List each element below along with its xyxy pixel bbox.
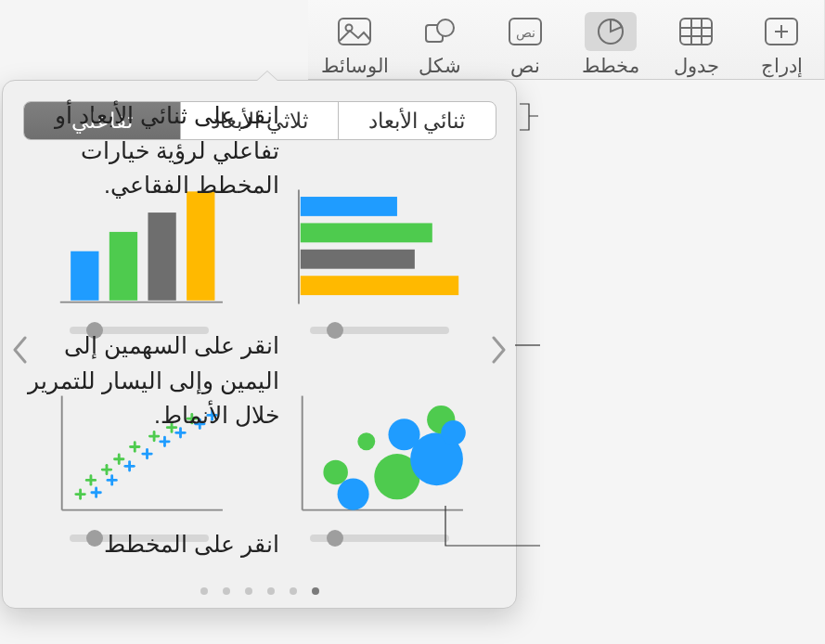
svg-rect-17 — [301, 223, 432, 242]
svg-rect-3 — [680, 19, 712, 45]
svg-rect-19 — [301, 276, 458, 295]
svg-rect-24 — [187, 191, 214, 300]
toolbar-chart[interactable]: مخطط — [568, 6, 653, 77]
thumb-horizontal-bar[interactable] — [274, 157, 487, 339]
page-dots[interactable] — [3, 587, 516, 595]
pie-chart-icon — [585, 12, 637, 51]
svg-rect-16 — [301, 197, 397, 216]
svg-rect-13 — [339, 19, 370, 45]
style-slider[interactable] — [310, 530, 449, 547]
toolbar: إدراج جدول مخطط نص نص شكل الوسائط — [308, 0, 825, 80]
shapes-icon — [414, 12, 466, 51]
toolbar-label: إدراج — [761, 55, 803, 77]
horizontal-bar-icon — [291, 181, 468, 313]
svg-rect-21 — [71, 251, 98, 301]
toolbar-insert[interactable]: إدراج — [739, 6, 824, 77]
text-box-icon: نص — [499, 12, 551, 51]
svg-point-29 — [338, 479, 369, 510]
toolbar-label: مخطط — [582, 55, 639, 77]
toolbar-table[interactable]: جدول — [653, 6, 739, 77]
svg-point-12 — [437, 19, 454, 36]
toolbar-label: شكل — [419, 55, 461, 77]
table-icon — [670, 12, 722, 51]
svg-point-14 — [346, 24, 353, 31]
plus-box-icon — [755, 12, 807, 51]
style-slider[interactable] — [310, 322, 449, 339]
callout-tabs: انقر على ثنائي الأبعاد أو تفاعلي لرؤية خ… — [29, 98, 279, 203]
svg-rect-22 — [110, 232, 137, 301]
toolbar-label: جدول — [674, 55, 719, 77]
svg-point-27 — [324, 460, 349, 485]
svg-text:نص: نص — [516, 25, 535, 41]
svg-point-28 — [358, 432, 376, 450]
callout-click-chart: انقر على المخطط — [19, 527, 279, 562]
thumb-bubble[interactable] — [274, 365, 487, 547]
svg-rect-18 — [301, 250, 415, 269]
photo-icon — [329, 12, 380, 51]
svg-point-34 — [442, 420, 467, 445]
tab-2d[interactable]: ثنائي الأبعاد — [338, 102, 496, 139]
toolbar-media[interactable]: الوسائط — [312, 6, 397, 77]
toolbar-shape[interactable]: شكل — [397, 6, 483, 77]
bubble-chart-icon — [291, 389, 468, 521]
svg-rect-23 — [148, 213, 175, 301]
toolbar-label: الوسائط — [321, 55, 389, 77]
callout-arrows: انقر على السهمين إلى اليمين وإلى اليسار … — [19, 328, 279, 433]
toolbar-label: نص — [510, 55, 540, 77]
toolbar-text[interactable]: نص نص — [483, 6, 568, 77]
